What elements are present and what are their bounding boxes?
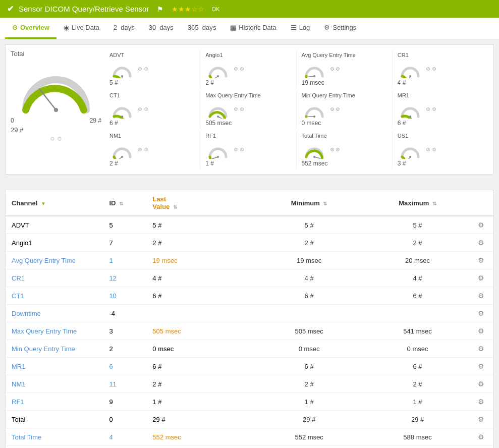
row-gear-button[interactable]: ⚙ bbox=[478, 292, 484, 300]
gauge-small-row: ⚙ ⚙ bbox=[205, 140, 244, 159]
cell-channel[interactable]: Angio1 bbox=[6, 234, 103, 252]
col-header-channel[interactable]: Channel ▼ bbox=[6, 190, 103, 216]
cell-id[interactable]: 7 bbox=[103, 234, 146, 252]
col-header-last-value[interactable]: LastValue ⇅ bbox=[146, 190, 255, 216]
cell-channel[interactable]: MR1 bbox=[6, 358, 103, 375]
cell-id[interactable]: 11 bbox=[103, 375, 146, 393]
cell-channel[interactable]: ADVT bbox=[6, 216, 103, 234]
gauge-item-settings[interactable]: ⚙ ⚙ bbox=[330, 106, 341, 112]
row-gear-button[interactable]: ⚙ bbox=[478, 221, 484, 229]
col-header-maximum[interactable]: Maximum ⇅ bbox=[363, 190, 472, 216]
gauge-item-settings[interactable]: ⚙ ⚙ bbox=[330, 66, 341, 72]
cell-id[interactable]: 9 bbox=[103, 393, 146, 411]
row-gear-button[interactable]: ⚙ bbox=[478, 380, 484, 388]
gauge-item-settings[interactable]: ⚙ ⚙ bbox=[138, 147, 148, 152]
cell-action[interactable]: ⚙ bbox=[472, 358, 493, 375]
cell-action[interactable]: ⚙ bbox=[472, 340, 493, 358]
row-gear-button[interactable]: ⚙ bbox=[478, 309, 484, 317]
sort-id-icon[interactable]: ⇅ bbox=[119, 201, 123, 206]
cell-action[interactable]: ⚙ bbox=[472, 287, 493, 305]
table-row: Total Time 4 552 msec 552 msec 588 msec … bbox=[6, 428, 493, 446]
cell-id[interactable]: 1 bbox=[103, 252, 146, 269]
row-gear-button[interactable]: ⚙ bbox=[478, 362, 484, 370]
cell-channel[interactable]: Max Query Entry Time bbox=[6, 322, 103, 340]
row-gear-button[interactable]: ⚙ bbox=[478, 327, 484, 335]
row-gear-button[interactable]: ⚙ bbox=[478, 256, 484, 264]
gauge-item-settings[interactable]: ⚙ ⚙ bbox=[426, 106, 436, 112]
sort-channel-icon[interactable]: ▼ bbox=[41, 201, 46, 206]
gauge-item-settings[interactable]: ⚙ ⚙ bbox=[426, 147, 436, 152]
tab-historic[interactable]: ▦ Historic Data bbox=[223, 18, 283, 39]
cell-id[interactable]: 6 bbox=[103, 358, 146, 375]
cell-channel[interactable]: Min Query Entry Time bbox=[6, 340, 103, 358]
tab-365days[interactable]: 365 days bbox=[181, 18, 223, 39]
cell-minimum: 5 # bbox=[255, 216, 363, 234]
cell-maximum: 588 msec bbox=[363, 428, 472, 446]
gauge-item-label: MR1 bbox=[398, 92, 409, 98]
sort-min-icon[interactable]: ⇅ bbox=[323, 201, 327, 206]
cell-action[interactable]: ⚙ bbox=[472, 216, 493, 234]
star-rating[interactable]: ★★★☆☆ bbox=[172, 5, 204, 13]
cell-action[interactable]: ⚙ bbox=[472, 411, 493, 428]
cell-channel[interactable]: CT1 bbox=[6, 287, 103, 305]
tab-overview[interactable]: ⊙ Overview bbox=[5, 18, 57, 39]
gauge-item-settings[interactable]: ⚙ ⚙ bbox=[234, 106, 244, 112]
tab-2days[interactable]: 2 days bbox=[106, 18, 142, 39]
sort-max-icon[interactable]: ⇅ bbox=[432, 201, 436, 206]
row-gear-button[interactable]: ⚙ bbox=[478, 398, 484, 406]
row-gear-button[interactable]: ⚙ bbox=[478, 239, 484, 247]
cell-action[interactable]: ⚙ bbox=[472, 234, 493, 252]
gauge-item-settings[interactable]: ⚙ ⚙ bbox=[234, 66, 244, 72]
gauge-item-settings[interactable]: ⚙ ⚙ bbox=[426, 66, 436, 72]
cell-channel[interactable]: Total bbox=[6, 411, 103, 428]
cell-action[interactable]: ⚙ bbox=[472, 322, 493, 340]
svg-point-5 bbox=[217, 75, 219, 77]
cell-maximum: 20 msec bbox=[363, 252, 472, 269]
tab-log-label: Log bbox=[299, 24, 310, 31]
tab-log[interactable]: ☰ Log bbox=[284, 18, 317, 39]
cell-id[interactable]: 4 bbox=[103, 428, 146, 446]
cell-action[interactable]: ⚙ bbox=[472, 252, 493, 269]
col-header-id[interactable]: ID ⇅ bbox=[103, 190, 146, 216]
cell-id[interactable]: 8 bbox=[103, 446, 146, 449]
tab-30days[interactable]: 30 days bbox=[142, 18, 181, 39]
cell-id[interactable]: 3 bbox=[103, 322, 146, 340]
gauge-item-settings[interactable]: ⚙ ⚙ bbox=[138, 106, 148, 112]
cell-id[interactable]: 12 bbox=[103, 269, 146, 287]
cell-channel[interactable]: Avg Query Entry Time bbox=[6, 252, 103, 269]
cell-channel[interactable]: NM1 bbox=[6, 375, 103, 393]
row-gear-button[interactable]: ⚙ bbox=[478, 415, 484, 423]
cell-action[interactable]: ⚙ bbox=[472, 446, 493, 449]
cell-id[interactable]: 10 bbox=[103, 287, 146, 305]
cell-action[interactable]: ⚙ bbox=[472, 305, 493, 322]
cell-id[interactable]: -4 bbox=[103, 305, 146, 322]
gauge-item-settings[interactable]: ⚙ ⚙ bbox=[330, 147, 341, 152]
flag-icon[interactable]: ⚑ bbox=[157, 5, 163, 13]
cell-action[interactable]: ⚙ bbox=[472, 375, 493, 393]
cell-channel[interactable]: CR1 bbox=[6, 269, 103, 287]
cell-maximum: 2 # bbox=[363, 234, 472, 252]
cell-channel[interactable]: Downtime bbox=[6, 305, 103, 322]
cell-channel[interactable]: Total Time bbox=[6, 428, 103, 446]
tab-live-data[interactable]: ◉ Live Data bbox=[57, 18, 106, 39]
cell-action[interactable]: ⚙ bbox=[472, 269, 493, 287]
tab-settings[interactable]: ⚙ Settings bbox=[317, 18, 363, 39]
gauge-item: Avg Query Entry Time ⚙ ⚙ 19 msec bbox=[299, 50, 393, 88]
gauge-item-settings[interactable]: ⚙ ⚙ bbox=[234, 147, 244, 152]
cell-id[interactable]: 5 bbox=[103, 216, 146, 234]
row-gear-button[interactable]: ⚙ bbox=[478, 345, 484, 353]
cell-id[interactable]: 2 bbox=[103, 340, 146, 358]
row-gear-button[interactable]: ⚙ bbox=[478, 433, 484, 441]
cell-channel[interactable]: US1 bbox=[6, 446, 103, 449]
cell-action[interactable]: ⚙ bbox=[472, 428, 493, 446]
cell-channel[interactable]: RF1 bbox=[6, 393, 103, 411]
cell-id[interactable]: 0 bbox=[103, 411, 146, 428]
cell-action[interactable]: ⚙ bbox=[472, 393, 493, 411]
col-header-minimum[interactable]: Minimum ⇅ bbox=[255, 190, 363, 216]
cell-maximum: 2 # bbox=[363, 375, 472, 393]
gauge-settings-icon[interactable]: ⚙ ⚙ bbox=[50, 136, 62, 142]
sort-last-icon[interactable]: ⇅ bbox=[173, 204, 177, 210]
gauge-item-settings[interactable]: ⚙ ⚙ bbox=[138, 66, 148, 72]
row-gear-button[interactable]: ⚙ bbox=[478, 274, 484, 282]
gauge-item-label: CT1 bbox=[109, 92, 120, 98]
